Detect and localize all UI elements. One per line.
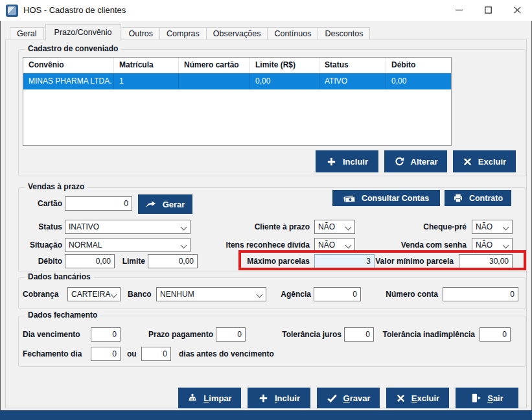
plus-icon bbox=[326, 156, 337, 167]
close-button[interactable] bbox=[503, 0, 532, 20]
table-header: Convênio Matrícula Número cartão Limite … bbox=[23, 58, 451, 73]
chevron-down-icon bbox=[181, 224, 187, 231]
cell-matricula: 1 bbox=[114, 73, 179, 89]
maximize-icon bbox=[485, 6, 492, 14]
button-label: Consultar Contas bbox=[362, 194, 429, 203]
cell-numero-cartao bbox=[179, 73, 250, 89]
money-icon bbox=[343, 193, 356, 204]
button-label: Gerar bbox=[163, 200, 185, 209]
maximize-button[interactable] bbox=[474, 0, 503, 20]
dias-antes-vencimento-label: dias antes do vencimento bbox=[179, 347, 274, 361]
gravar-button[interactable]: Gravar bbox=[317, 388, 380, 408]
x-icon bbox=[463, 157, 472, 167]
fechamento-dia-label: Fechamento dia bbox=[23, 347, 82, 361]
group-title: Dados bancários bbox=[25, 272, 94, 281]
button-label: impar bbox=[209, 393, 231, 403]
titlebar[interactable]: HOS - Cadastro de clientes bbox=[0, 0, 532, 21]
status-value: INATIVO bbox=[69, 222, 99, 231]
cell-limite: 0,00 bbox=[250, 73, 319, 89]
column-header-limite[interactable]: Limite (R$) bbox=[250, 58, 319, 73]
excluir-button[interactable]: Excluir bbox=[386, 388, 449, 408]
venda-com-senha-value: NÃO bbox=[476, 240, 492, 250]
ou-label: ou bbox=[127, 347, 137, 361]
table-row[interactable]: MINAS PHARMA LTDA. 1 0,00 ATIVO 0,00 bbox=[23, 73, 451, 89]
button-accel: S bbox=[487, 393, 493, 403]
curved-arrow-icon bbox=[146, 200, 157, 209]
column-header-matricula[interactable]: Matrícula bbox=[114, 58, 179, 73]
agencia-field[interactable]: 0 bbox=[314, 287, 361, 301]
limite-field[interactable]: 0,00 bbox=[148, 254, 198, 268]
tab-prazo-convenio[interactable]: Prazo/Convênio bbox=[45, 24, 121, 41]
contrato-button[interactable]: Contrato bbox=[445, 190, 511, 206]
group-title: Vendas à prazo bbox=[25, 182, 87, 191]
limite-label: Limite bbox=[117, 254, 145, 268]
dia-vencimento-label: Dia vencimento bbox=[23, 327, 80, 342]
valor-minimo-parcela-label: Valor mínimo parcela bbox=[337, 254, 454, 268]
debito-field[interactable]: 0,00 bbox=[65, 254, 115, 268]
minimize-button[interactable] bbox=[445, 0, 474, 20]
button-label: ravar bbox=[350, 393, 371, 403]
tab-continuos[interactable]: Contínuos bbox=[268, 27, 318, 40]
valor-minimo-parcela-field[interactable]: 30,00 bbox=[459, 254, 513, 268]
tab-geral[interactable]: Geral bbox=[10, 27, 44, 40]
plus-icon bbox=[258, 393, 269, 404]
fechamento-dia-field[interactable]: 0 bbox=[91, 347, 121, 361]
cell-debito: 0,00 bbox=[386, 73, 452, 89]
chevron-down-icon bbox=[111, 292, 117, 298]
tab-compras[interactable]: Compras bbox=[160, 27, 207, 40]
prazo-pagamento-label: Prazo pagamento bbox=[144, 327, 213, 342]
tab-bar: Geral Prazo/Convênio Outros Compras Obse… bbox=[10, 23, 370, 40]
gerar-button[interactable]: Gerar bbox=[138, 194, 192, 214]
banco-select[interactable]: NENHUM bbox=[156, 287, 266, 301]
debito-label: Débito bbox=[13, 254, 62, 268]
limpar-button[interactable]: Limpar bbox=[178, 388, 241, 408]
cobranca-select[interactable]: CARTEIRA bbox=[67, 287, 121, 301]
column-header-numero-cartao[interactable]: Número cartão bbox=[179, 58, 250, 73]
situacao-select[interactable]: NORMAL bbox=[65, 238, 191, 252]
sair-button[interactable]: Sair bbox=[456, 388, 518, 408]
venda-com-senha-label: Venda com senha bbox=[363, 238, 467, 252]
tolerancia-juros-field[interactable]: 0 bbox=[344, 327, 374, 342]
refresh-icon bbox=[394, 156, 405, 167]
minimize-icon bbox=[456, 6, 463, 14]
button-accel: G bbox=[343, 393, 350, 403]
button-label: Incluir bbox=[343, 157, 368, 167]
chevron-down-icon bbox=[257, 292, 263, 298]
numero-conta-label: Número conta bbox=[382, 287, 438, 301]
incluir-conveniado-button[interactable]: Incluir bbox=[316, 150, 378, 172]
cobranca-label: Cobrança bbox=[23, 287, 58, 301]
tolerancia-inadimplencia-label: Tolerância inadimplência bbox=[379, 327, 475, 342]
banco-value: NENHUM bbox=[160, 290, 194, 299]
cartao-field[interactable]: 0 bbox=[65, 196, 132, 211]
button-label: Alterar bbox=[411, 157, 438, 167]
status-select[interactable]: INATIVO bbox=[65, 220, 191, 234]
numero-conta-field[interactable]: 0 bbox=[443, 287, 518, 301]
agencia-label: Agência bbox=[277, 287, 311, 301]
dia-vencimento-field[interactable]: 0 bbox=[91, 327, 121, 342]
column-header-debito[interactable]: Débito bbox=[386, 58, 452, 73]
consultar-contas-button[interactable]: Consultar Contas bbox=[332, 190, 440, 206]
cliente-a-prazo-label: Cliente à prazo bbox=[194, 220, 310, 234]
cheque-pre-select[interactable]: NÃO bbox=[472, 220, 513, 234]
venda-com-senha-select[interactable]: NÃO bbox=[472, 238, 513, 252]
itens-value: NÃO bbox=[318, 240, 335, 250]
prazo-pagamento-field[interactable]: 0 bbox=[216, 327, 246, 342]
cartao-label: Cartão bbox=[13, 196, 62, 211]
exit-door-icon bbox=[470, 393, 481, 403]
tab-observacoes[interactable]: Observações bbox=[207, 27, 268, 40]
alterar-conveniado-button[interactable]: Alterar bbox=[384, 150, 447, 172]
conveniado-table: Convênio Matrícula Número cartão Limite … bbox=[23, 57, 452, 146]
fechamento-dias-antes-field[interactable]: 0 bbox=[141, 347, 171, 361]
tab-descontos[interactable]: Descontos bbox=[318, 27, 370, 40]
check-icon bbox=[327, 393, 338, 403]
cliente-a-prazo-select[interactable]: NÃO bbox=[314, 220, 355, 234]
tab-outros[interactable]: Outros bbox=[122, 27, 161, 40]
group-title: Dados fechamento bbox=[25, 310, 100, 320]
tolerancia-inadimplencia-field[interactable]: 0 bbox=[480, 327, 511, 342]
cheque-pre-label: Cheque-pré bbox=[363, 220, 467, 234]
column-header-status[interactable]: Status bbox=[319, 58, 386, 73]
excluir-conveniado-button[interactable]: Excluir bbox=[453, 150, 516, 172]
column-header-convenio[interactable]: Convênio bbox=[23, 58, 114, 73]
itens-reconhece-divida-select[interactable]: NÃO bbox=[314, 238, 355, 252]
incluir-button[interactable]: Incluir bbox=[248, 388, 310, 408]
